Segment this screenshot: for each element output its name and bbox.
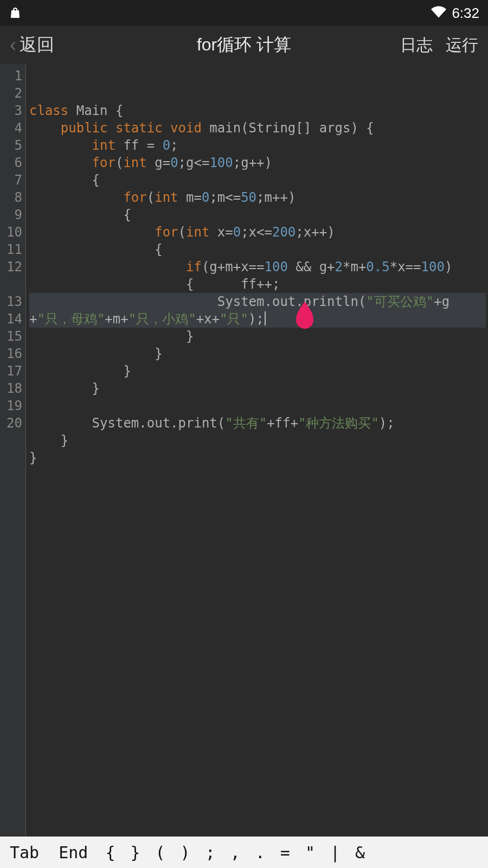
- code-line[interactable]: for(int m=0;m<=50;m++): [29, 189, 486, 206]
- code-line[interactable]: [29, 397, 486, 414]
- key-}[interactable]: }: [123, 843, 147, 862]
- status-bar: 6:32: [0, 0, 488, 26]
- key-{[interactable]: {: [98, 843, 123, 862]
- code-line[interactable]: for(int x=0;x<=200;x++): [29, 224, 486, 241]
- code-line[interactable]: }: [29, 432, 486, 449]
- key-.[interactable]: .: [248, 843, 273, 862]
- back-chevron-icon[interactable]: ‹: [10, 34, 16, 56]
- code-line[interactable]: for(int g=0;g<=100;g++): [29, 154, 486, 171]
- symbol-key-row: TabEnd{}();,.="|&: [0, 837, 488, 868]
- code-line[interactable]: System.out.print("共有"+ff+"种方法购买");: [29, 414, 486, 432]
- code-line[interactable]: }: [29, 345, 486, 362]
- text-caret-icon: [265, 311, 266, 326]
- code-line[interactable]: {: [29, 206, 486, 224]
- key-=[interactable]: =: [273, 843, 298, 862]
- key-"[interactable]: ": [298, 843, 323, 862]
- code-line[interactable]: class Main {: [29, 102, 486, 119]
- wifi-icon: [431, 4, 446, 22]
- key-([interactable]: (: [148, 843, 173, 862]
- key-tab[interactable]: Tab: [0, 843, 49, 862]
- run-button[interactable]: 运行: [446, 34, 478, 56]
- code-line[interactable]: public static void main(String[] args) {: [29, 119, 486, 137]
- bag-icon: [9, 7, 22, 20]
- code-line[interactable]: }: [29, 449, 486, 467]
- page-title: for循环 计算: [197, 33, 291, 57]
- code-line[interactable]: { ff++;: [29, 276, 486, 293]
- key-|[interactable]: |: [323, 843, 348, 862]
- log-button[interactable]: 日志: [400, 34, 433, 56]
- key-,[interactable]: ,: [223, 843, 248, 862]
- code-line[interactable]: System.out.println("可买公鸡"+g+"只，母鸡"+m+"只，…: [29, 293, 486, 328]
- code-area[interactable]: class Main { public static void main(Str…: [26, 64, 488, 837]
- code-line[interactable]: int ff = 0;: [29, 137, 486, 154]
- code-editor[interactable]: 1234567891011121314151617181920 class Ma…: [0, 64, 488, 837]
- code-line[interactable]: }: [29, 362, 486, 380]
- key-end[interactable]: End: [49, 843, 98, 862]
- code-line[interactable]: }: [29, 380, 486, 397]
- back-button[interactable]: 返回: [20, 33, 54, 57]
- code-line[interactable]: }: [29, 328, 486, 345]
- key-&[interactable]: &: [348, 843, 373, 862]
- key-;[interactable]: ;: [198, 843, 223, 862]
- status-time: 6:32: [452, 5, 479, 22]
- line-gutter: 1234567891011121314151617181920: [0, 64, 26, 837]
- cursor-handle-icon[interactable]: [296, 307, 313, 329]
- code-line[interactable]: {: [29, 241, 486, 258]
- code-line[interactable]: {: [29, 171, 486, 189]
- key-)[interactable]: ): [173, 843, 198, 862]
- code-line[interactable]: if(g+m+x==100 && g+2*m+0.5*x==100): [29, 258, 486, 276]
- header-bar: ‹ 返回 for循环 计算 日志 运行: [0, 26, 488, 64]
